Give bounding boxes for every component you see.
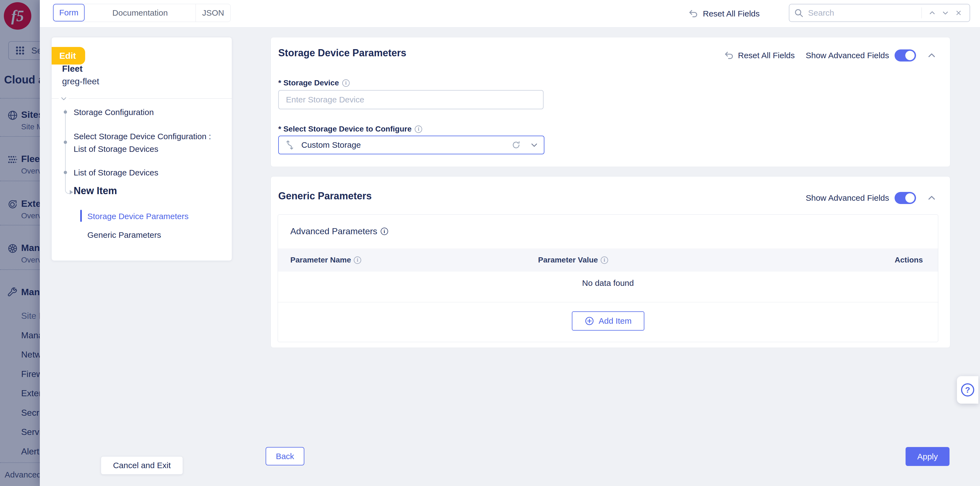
wizard-step-select-storage-device-configuration[interactable]: Select Storage Device Configuration : Li… <box>73 130 222 156</box>
add-item-label: Add Item <box>598 316 632 326</box>
tab-form[interactable]: Form <box>53 4 84 21</box>
toggle-knob <box>905 51 915 60</box>
fleet-edit-modal: Form Documentation JSON Reset All Fields <box>40 0 980 486</box>
column-header-text: Parameter Value <box>538 256 598 264</box>
section-controls: Reset All Fields Show Advanced Fields <box>724 49 936 62</box>
storage-device-select-value: Custom Storage <box>301 140 511 150</box>
back-button[interactable]: Back <box>266 447 304 465</box>
object-name-label: greg-fleet <box>62 76 99 86</box>
divider <box>52 98 232 98</box>
cancel-and-exit-button[interactable]: Cancel and Exit <box>101 456 183 475</box>
advanced-parameters-label: Advanced Parameters <box>290 226 377 237</box>
wizard-nav-card: Edit Fleet greg-fleet Storage Configurat… <box>51 37 232 261</box>
help-button[interactable]: ? <box>957 376 978 403</box>
info-icon[interactable] <box>601 256 608 264</box>
section-controls: Show Advanced Fields <box>806 191 936 205</box>
wizard-substep-storage-device-parameters[interactable]: Storage Device Parameters <box>88 212 189 221</box>
wizard-step-list-of-storage-devices[interactable]: List of Storage Devices <box>73 167 158 179</box>
step-timeline <box>65 109 66 187</box>
step-dot <box>64 171 67 174</box>
table-header-row: Parameter Name Parameter Value Actions <box>278 248 938 272</box>
section-title: Generic Parameters <box>278 190 372 202</box>
field-label-text: * Storage Device <box>278 79 339 87</box>
storage-device-parameters-section: Storage Device Parameters Reset All Fiel… <box>270 37 950 167</box>
refresh-icon[interactable] <box>511 140 521 150</box>
wizard-step-storage-configuration[interactable]: Storage Configuration <box>73 106 154 119</box>
plus-circle-icon <box>584 316 594 326</box>
show-advanced-fields-label: Show Advanced Fields <box>806 51 889 60</box>
edit-mode-badge: Edit <box>52 47 85 65</box>
info-icon[interactable] <box>342 79 350 87</box>
section-reset-all-fields-button[interactable]: Reset All Fields <box>724 50 795 61</box>
object-type-label: Fleet <box>62 64 83 74</box>
search-input[interactable] <box>808 8 918 17</box>
section-reset-label: Reset All Fields <box>738 51 795 60</box>
divider <box>921 7 922 18</box>
chevron-down-icon <box>59 95 68 102</box>
show-advanced-fields-toggle[interactable] <box>894 192 916 204</box>
active-substep-indicator <box>80 210 82 222</box>
storage-device-input[interactable] <box>278 90 544 109</box>
step-dot <box>64 141 67 144</box>
column-header-text: Parameter Name <box>290 256 351 264</box>
step-dot <box>64 110 67 114</box>
search-box <box>789 4 970 22</box>
advanced-parameters-title: Advanced Parameters <box>290 226 388 237</box>
show-advanced-fields-toggle[interactable] <box>894 49 916 62</box>
undo-icon <box>724 50 734 61</box>
undo-icon <box>688 8 698 19</box>
screen: f5 Sele Cloud a Sites Site M Flee Ove <box>0 0 980 486</box>
new-item-arrow-icon <box>70 190 73 194</box>
reset-all-fields-label: Reset All Fields <box>703 9 760 18</box>
table-empty-state: No data found <box>278 278 938 288</box>
view-tabs: Form Documentation JSON <box>53 4 231 22</box>
advanced-parameters-box: Advanced Parameters Parameter Name Param… <box>278 214 938 342</box>
storage-device-select[interactable]: Custom Storage <box>278 136 544 154</box>
apply-button[interactable]: Apply <box>905 447 950 466</box>
toggle-knob <box>905 193 915 203</box>
collapse-section-chevron-up-icon[interactable] <box>927 193 936 203</box>
reset-all-fields-button[interactable]: Reset All Fields <box>688 8 760 19</box>
section-title: Storage Device Parameters <box>278 47 406 59</box>
wizard-step-new-item[interactable]: New Item <box>73 185 117 197</box>
show-advanced-fields-control: Show Advanced Fields <box>806 49 916 62</box>
search-close-button[interactable] <box>952 6 965 19</box>
wizard-substep-generic-parameters[interactable]: Generic Parameters <box>88 230 161 240</box>
modal-header: Form Documentation JSON Reset All Fields <box>40 0 980 27</box>
search-prev-button[interactable] <box>926 6 939 19</box>
chevron-down-icon[interactable] <box>530 141 538 149</box>
add-item-button[interactable]: Add Item <box>571 311 644 330</box>
select-storage-device-field-label: * Select Storage Device to Configure <box>278 125 422 133</box>
branch-icon <box>284 140 295 151</box>
search-next-button[interactable] <box>939 6 952 19</box>
tab-json[interactable]: JSON <box>196 4 231 22</box>
column-header-parameter-name: Parameter Name <box>290 248 361 272</box>
info-icon[interactable] <box>381 228 388 235</box>
field-label-text: * Select Storage Device to Configure <box>278 125 412 133</box>
info-icon[interactable] <box>415 125 422 133</box>
info-icon[interactable] <box>354 256 361 264</box>
column-header-parameter-value: Parameter Value <box>538 248 608 272</box>
column-header-text: Actions <box>894 256 923 264</box>
question-circle-icon: ? <box>961 383 974 397</box>
divider <box>278 302 938 302</box>
generic-parameters-section: Generic Parameters Show Advanced Fields … <box>270 176 950 348</box>
question-mark: ? <box>965 385 970 395</box>
show-advanced-fields-control: Show Advanced Fields <box>806 192 916 204</box>
collapse-section-chevron-up-icon[interactable] <box>927 51 936 60</box>
storage-device-field-label: * Storage Device <box>278 79 350 87</box>
column-header-actions: Actions <box>894 248 923 272</box>
tab-documentation[interactable]: Documentation <box>84 4 196 22</box>
search-icon <box>794 8 803 18</box>
show-advanced-fields-label: Show Advanced Fields <box>806 193 889 203</box>
